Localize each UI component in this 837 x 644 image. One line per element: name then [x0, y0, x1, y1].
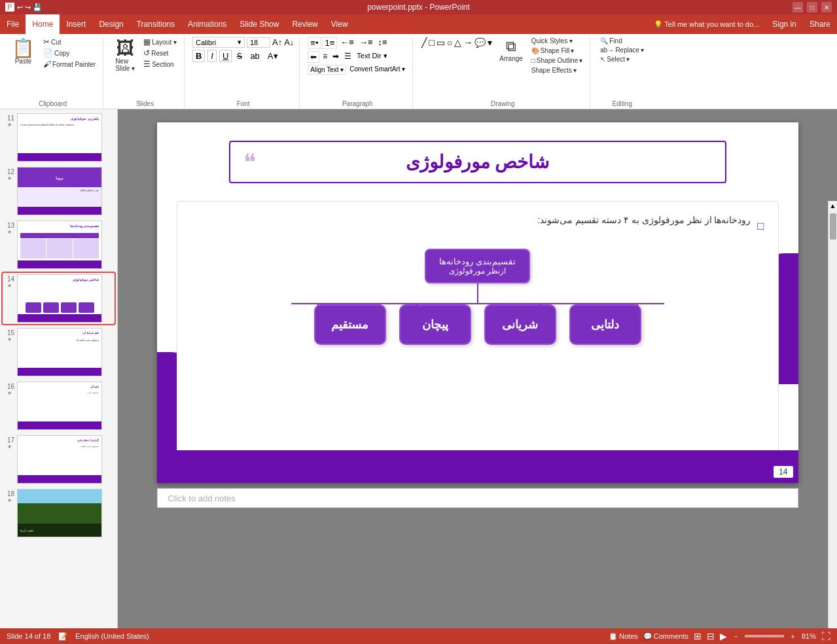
canvas-area[interactable]: ▲ ▼ شاخص مورفولوژی ❝ رودخانه‌ها از نظر م…	[118, 109, 837, 628]
notes-button[interactable]: 📋 Notes	[609, 632, 638, 641]
scroll-thumb[interactable]	[830, 213, 836, 240]
line-shape[interactable]: ╱	[421, 37, 427, 48]
strikethrough-button[interactable]: S̶	[234, 50, 245, 62]
bullets-button[interactable]: ≡•	[308, 37, 321, 49]
org-category-4[interactable]: دلتایی	[569, 304, 641, 345]
replace-button[interactable]: ab→ Replace ▾	[598, 46, 646, 54]
bold-button[interactable]: B	[192, 50, 205, 62]
menu-tell-me[interactable]: 💡 Tell me what you want to do...	[647, 14, 766, 34]
org-connector-h	[291, 303, 664, 304]
zoom-in-button[interactable]: ＋	[789, 632, 796, 641]
menu-design[interactable]: Design	[92, 14, 130, 34]
org-root-line2: ازنظر مورفولوژی	[439, 266, 516, 276]
slide-panel: 11 ★ پایش زیر مورفولوژی Lorem ipsum text…	[0, 109, 118, 628]
menu-animations[interactable]: Animations	[181, 14, 233, 34]
close-button[interactable]: ✕	[821, 2, 832, 12]
slide-thumb-15[interactable]: 15 ★ طبق شرایط آبی محتوای متنی اسلاید ۱۵	[3, 327, 115, 378]
minimize-button[interactable]: —	[792, 2, 803, 12]
signin-button[interactable]: Sign in	[766, 14, 803, 34]
oval-shape[interactable]: ○	[446, 37, 453, 48]
more-shapes[interactable]: ▾	[487, 37, 493, 48]
align-right-button[interactable]: ➡	[330, 51, 341, 63]
reset-button[interactable]: ↺ Reset	[141, 48, 179, 58]
slide-thumb-13[interactable]: 13 ★ تقسیم‌بندی رودخانه‌ها	[3, 219, 115, 270]
align-text-button[interactable]: Align Text ▾	[308, 65, 346, 75]
slide-thumb-17[interactable]: 17 ★ گزارش آب‌های جاری محتوای متنی اسلای…	[3, 434, 115, 485]
slide-thumb-16[interactable]: 16 ★ تغییر آبی محتوای متنی	[3, 380, 115, 431]
scroll-up-button[interactable]: ▲	[830, 202, 836, 209]
new-slide-button[interactable]: 🖼 NewSlide ▾	[111, 37, 139, 75]
underline-button[interactable]: U	[219, 50, 232, 62]
text-shadow-button[interactable]: ab	[247, 50, 262, 62]
section-button[interactable]: ☰ Section	[141, 59, 179, 69]
share-button[interactable]: Share	[803, 14, 837, 34]
increase-indent-button[interactable]: →≡	[357, 37, 375, 49]
font-name-dropdown[interactable]: Calibri ▾	[192, 37, 245, 48]
numbering-button[interactable]: 1≡	[322, 37, 337, 49]
fit-slide-button[interactable]: ⛶	[821, 631, 830, 641]
slide-thumb-11[interactable]: 11 ★ پایش زیر مورفولوژی Lorem ipsum text…	[3, 112, 115, 163]
notes-area[interactable]: Click to add notes	[157, 488, 798, 508]
slide-img-13: تقسیم‌بندی رودخانه‌ها	[17, 221, 102, 269]
layout-button[interactable]: ▦ Layout ▾	[141, 37, 179, 47]
menu-transitions[interactable]: Transitions	[130, 14, 181, 34]
format-painter-button[interactable]: 🖌 Format Painter	[41, 59, 98, 69]
comments-button[interactable]: 💬 Comments	[643, 632, 688, 641]
ribbon-group-font: Calibri ▾ 18 A↑ A↓ B I U S̶ ab A▾	[187, 37, 300, 109]
slide-title-box[interactable]: شاخص مورفولوژی ❝	[229, 141, 726, 183]
menu-review[interactable]: Review	[285, 14, 324, 34]
italic-button[interactable]: I	[207, 50, 217, 62]
smartart-button[interactable]: Convert SmartArt ▾	[347, 65, 407, 75]
round-rect-shape[interactable]: ▭	[436, 37, 446, 48]
notes-icon: 📋	[609, 632, 618, 641]
shape-fill-button[interactable]: 🎨 Shape Fill ▾	[529, 46, 584, 55]
arrange-button[interactable]: ⧉ Arrange	[495, 37, 527, 63]
shape-effects-button[interactable]: Shape Effects ▾	[529, 66, 584, 75]
align-center-button[interactable]: ≡	[321, 51, 329, 63]
org-root-box[interactable]: تقسیم‌بندی رودخانه‌ها ازنظر مورفولوژی	[425, 249, 530, 283]
triangle-shape[interactable]: △	[454, 37, 462, 48]
callout-shape[interactable]: 💬	[474, 37, 486, 48]
view-slide-sorter-button[interactable]: ⊟	[707, 631, 715, 641]
slide-title-text: شاخص مورفولوژی	[406, 151, 550, 173]
find-button[interactable]: 🔍 Find	[598, 37, 646, 45]
notes-placeholder[interactable]: Click to add notes	[168, 493, 236, 503]
menu-view[interactable]: View	[325, 14, 355, 34]
slide-canvas[interactable]: شاخص مورفولوژی ❝ رودخانه‌ها از نظر مورفو…	[157, 122, 798, 483]
org-category-1[interactable]: مستقیم	[314, 304, 386, 345]
justify-button[interactable]: ☰	[342, 51, 353, 63]
quick-styles-button[interactable]: Quick Styles ▾	[529, 37, 584, 45]
line-spacing-button[interactable]: ↕≡	[376, 37, 389, 49]
font-color-button[interactable]: A▾	[265, 50, 281, 62]
org-category-3[interactable]: شریانی	[484, 304, 556, 345]
text-direction-button[interactable]: Text Dir ▾	[355, 51, 389, 63]
view-normal-button[interactable]: ⊞	[694, 631, 702, 641]
zoom-level[interactable]: 81%	[802, 632, 816, 640]
font-size-input[interactable]: 18	[247, 37, 270, 48]
shape-outline-button[interactable]: □ Shape Outline ▾	[529, 56, 584, 65]
slide-content-box[interactable]: رودخانه‌ها از نظر مورفولوژی به ۴ دسته تق…	[177, 201, 779, 470]
org-category-2[interactable]: پیچان	[399, 304, 471, 345]
paste-button[interactable]: 📋 Paste	[8, 37, 39, 67]
rect-shape[interactable]: □	[428, 37, 435, 48]
slide-thumb-14[interactable]: 14 ★ شاخص مورفولوژی	[3, 273, 115, 324]
slide-thumb-18[interactable]: 18 ★ طبیعت آبی‌ها	[3, 488, 115, 539]
decrease-indent-button[interactable]: ←≡	[338, 37, 356, 49]
zoom-slider[interactable]	[745, 635, 784, 637]
font-increase-button[interactable]: A↑	[272, 37, 282, 47]
select-button[interactable]: ↖ Select ▾	[598, 55, 646, 63]
menu-file[interactable]: File	[0, 14, 26, 34]
copy-button[interactable]: 📄 Copy	[41, 48, 98, 58]
view-reading-button[interactable]: ▶	[720, 631, 727, 641]
menu-insert[interactable]: Insert	[60, 14, 92, 34]
maximize-button[interactable]: □	[807, 2, 817, 12]
cut-button[interactable]: ✂ Cut	[41, 37, 98, 47]
arrow-shape[interactable]: →	[463, 37, 473, 48]
quick-access: ↩ ↪ 💾	[17, 3, 42, 12]
font-decrease-button[interactable]: A↓	[284, 37, 294, 47]
align-left-button[interactable]: ⬅	[308, 51, 319, 63]
menu-home[interactable]: Home	[26, 14, 60, 34]
zoom-out-button[interactable]: －	[732, 632, 739, 641]
menu-slideshow[interactable]: Slide Show	[233, 14, 285, 34]
slide-thumb-12[interactable]: 12 ★ بروبا متن محتوای اسلاید	[3, 166, 115, 217]
